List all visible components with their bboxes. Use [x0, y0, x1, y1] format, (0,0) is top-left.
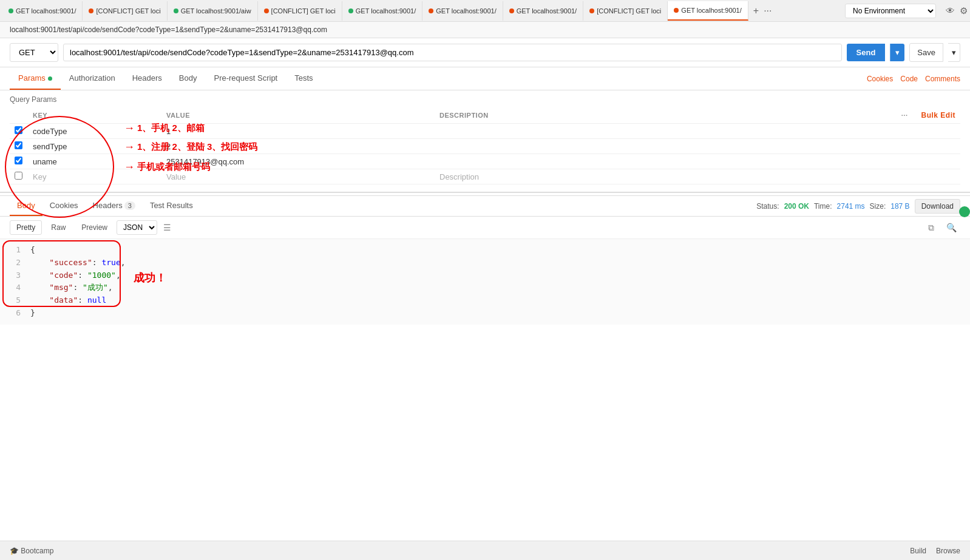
tab-label-7: GET localhost:9001/ [517, 7, 577, 15]
row2-checkbox[interactable] [15, 141, 22, 149]
tab-headers[interactable]: Headers [124, 67, 171, 90]
resp-tab-body[interactable]: Body [10, 196, 42, 216]
tab-dot-1 [8, 8, 13, 13]
code-link[interactable]: Code [900, 75, 918, 83]
eye-icon[interactable]: 👁 [946, 5, 955, 16]
col-header-value: VALUE [161, 107, 435, 124]
save-dropdown-button[interactable]: ▾ [948, 43, 960, 62]
status-label: Status: [756, 202, 779, 211]
row1-key[interactable]: codeType [28, 124, 161, 139]
row3-desc[interactable] [435, 154, 960, 169]
wrap-lines-icon[interactable]: ☰ [160, 221, 175, 234]
col-header-desc: DESCRIPTION ··· Bulk Edit [435, 107, 960, 124]
more-options-icon[interactable]: ··· [901, 112, 908, 119]
copy-icon[interactable]: ⧉ [924, 221, 938, 235]
format-pretty-button[interactable]: Pretty [10, 220, 42, 235]
tab-label-1: GET localhost:9001/ [16, 7, 76, 15]
tab-dot-4 [264, 8, 269, 13]
tab-label-5: GET localhost:9001/ [356, 7, 416, 15]
method-select[interactable]: GET [10, 43, 58, 62]
row3-value[interactable]: 2531417913@qq.com [161, 154, 435, 169]
format-left: Pretty Raw Preview JSON ☰ [10, 220, 175, 235]
tab-params[interactable]: Params [10, 67, 61, 90]
tab-label-3: GET localhost:9001/aiw [181, 7, 251, 15]
cookies-link[interactable]: Cookies [867, 75, 893, 83]
table-row-placeholder: Key Value Description [10, 169, 960, 184]
format-type-select[interactable]: JSON [117, 220, 157, 235]
url-input[interactable] [63, 44, 842, 61]
code-line-6: 6 } [10, 307, 960, 320]
bulk-edit-button[interactable]: Bulk Edit [921, 111, 955, 120]
tab-dot-7 [509, 8, 514, 13]
row3-checkbox[interactable] [15, 157, 22, 164]
tab-7[interactable]: GET localhost:9001/ [503, 1, 583, 21]
save-button[interactable]: Save [909, 43, 943, 62]
code-line-5: 5 "data": null [10, 294, 960, 307]
gear-icon[interactable]: ⚙ [960, 5, 968, 16]
resp-tab-test-results[interactable]: Test Results [143, 196, 200, 216]
comments-link[interactable]: Comments [925, 75, 960, 83]
time-value: 2741 ms [837, 202, 865, 211]
tab-dot-5 [348, 8, 353, 13]
table-row: uname 2531417913@qq.com [10, 154, 960, 169]
tab-label-9: GET localhost:9001/ [681, 7, 741, 14]
row1-desc[interactable] [435, 124, 960, 139]
new-row-value[interactable]: Value [161, 169, 435, 184]
new-row-desc[interactable]: Description [435, 169, 960, 184]
tab-2[interactable]: [CONFLICT] GET loci [83, 1, 167, 21]
tab-dot-8 [589, 8, 594, 13]
tab-4[interactable]: [CONFLICT] GET loci [258, 1, 342, 21]
bottom-left: 🎓 Bootcamp [10, 547, 53, 555]
tab-1[interactable]: GET localhost:9001/ [2, 1, 83, 21]
tab-authorization[interactable]: Authorization [61, 67, 124, 90]
resp-tab-headers[interactable]: Headers3 [86, 196, 143, 216]
row2-value[interactable]: 2 [161, 139, 435, 154]
environment-selector[interactable]: No Environment [845, 4, 936, 18]
browse-link[interactable]: Browse [936, 547, 960, 555]
size-label: Size: [870, 202, 886, 211]
send-button[interactable]: Send [847, 44, 886, 61]
row1-value[interactable]: 1 [161, 124, 435, 139]
tab-body[interactable]: Body [171, 67, 206, 90]
tab-label-2: [CONFLICT] GET loci [96, 7, 160, 15]
row1-checkbox[interactable] [15, 126, 22, 134]
tab-dot-3 [174, 8, 178, 13]
tab-bar: GET localhost:9001/ [CONFLICT] GET loci … [0, 0, 970, 22]
tab-tests[interactable]: Tests [286, 67, 321, 90]
tab-dot-9 [674, 8, 679, 13]
request-tabs-row: Params Authorization Headers Body Pre-re… [0, 67, 970, 90]
tab-label-8: [CONFLICT] GET loci [597, 7, 661, 15]
row3-key[interactable]: uname [28, 154, 161, 169]
build-link[interactable]: Build [910, 547, 926, 555]
format-raw-button[interactable]: Raw [44, 220, 72, 235]
row2-key[interactable]: sendType [28, 139, 161, 154]
response-tabs-left: Body Cookies Headers3 Test Results [10, 196, 200, 216]
more-tabs-icon[interactable]: ··· [764, 5, 772, 16]
tab-label-6: GET localhost:9001/ [436, 7, 496, 15]
status-value: 200 OK [784, 202, 809, 211]
request-tabs-right: Cookies Code Comments [867, 75, 960, 83]
send-dropdown-button[interactable]: ▾ [890, 44, 904, 61]
new-row-key[interactable]: Key [28, 169, 161, 184]
bootcamp-link[interactable]: 🎓 Bootcamp [10, 547, 53, 555]
tab-9[interactable]: GET localhost:9001/ [668, 1, 748, 21]
request-tabs-left: Params Authorization Headers Body Pre-re… [10, 67, 322, 90]
resp-tab-cookies[interactable]: Cookies [42, 196, 86, 216]
tab-label-4: [CONFLICT] GET loci [271, 7, 336, 15]
format-preview-button[interactable]: Preview [75, 220, 114, 235]
tab-5[interactable]: GET localhost:9001/ [342, 1, 422, 21]
format-right: ⧉ 🔍 [924, 221, 960, 235]
tab-pre-request[interactable]: Pre-request Script [205, 67, 286, 90]
bootcamp-icon: 🎓 [10, 547, 19, 555]
tab-dot-6 [429, 8, 433, 13]
code-area: 1 { 2 "success": true, 3 "code": "1000",… [0, 239, 970, 325]
tab-8[interactable]: [CONFLICT] GET loci [583, 1, 668, 21]
tab-6[interactable]: GET localhost:9001/ [422, 1, 503, 21]
tab-3[interactable]: GET localhost:9001/aiw [168, 1, 258, 21]
add-tab-icon[interactable]: + [753, 5, 759, 16]
search-icon[interactable]: 🔍 [943, 221, 960, 234]
row2-desc[interactable] [435, 139, 960, 154]
download-button[interactable]: Download [915, 199, 960, 214]
new-row-checkbox[interactable] [15, 172, 22, 180]
format-bar: Pretty Raw Preview JSON ☰ ⧉ 🔍 [0, 217, 970, 239]
